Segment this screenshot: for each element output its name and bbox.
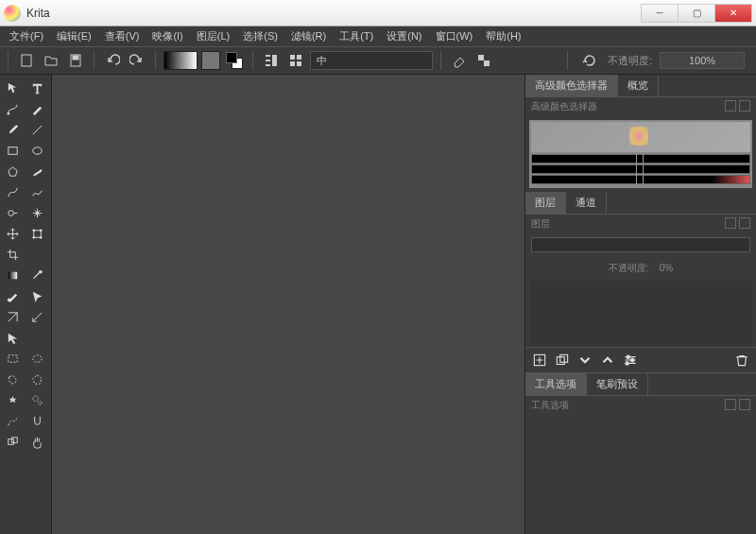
svg-rect-6 bbox=[272, 55, 277, 66]
layer-props-button[interactable] bbox=[622, 352, 639, 369]
opacity-value: 100% bbox=[689, 55, 715, 66]
new-button[interactable] bbox=[16, 50, 37, 71]
free-select-tool[interactable] bbox=[2, 370, 24, 388]
similar-select-tool[interactable] bbox=[26, 390, 48, 409]
color-slider-2[interactable] bbox=[531, 164, 750, 174]
tool-options-panel-tabs: 工具选项 笔刷预设 bbox=[525, 373, 756, 396]
edit-shapes-tool[interactable] bbox=[2, 99, 24, 118]
menu-window[interactable]: 窗口(W) bbox=[430, 27, 479, 45]
brush-tool[interactable] bbox=[2, 120, 24, 139]
ellipse-select-tool[interactable] bbox=[26, 349, 48, 368]
color-slider-1[interactable] bbox=[531, 154, 750, 164]
rect-select-tool[interactable] bbox=[2, 349, 24, 368]
svg-point-27 bbox=[33, 395, 39, 401]
float-icon[interactable] bbox=[725, 100, 736, 112]
close-button[interactable]: ✕ bbox=[714, 4, 752, 23]
text-tool[interactable] bbox=[26, 78, 48, 97]
delete-layer-button[interactable] bbox=[733, 352, 750, 369]
maximize-button[interactable]: ▢ bbox=[678, 4, 715, 23]
color-slider-3[interactable] bbox=[531, 175, 750, 184]
crop-tool[interactable] bbox=[2, 245, 24, 264]
tab-tool-options[interactable]: 工具选项 bbox=[525, 373, 587, 395]
color-picker-tool[interactable] bbox=[26, 266, 48, 284]
menu-settings[interactable]: 设置(N) bbox=[381, 27, 427, 45]
alpha-lock-toggle[interactable] bbox=[473, 50, 494, 71]
multibrush-tool[interactable] bbox=[26, 203, 48, 222]
add-layer-button[interactable] bbox=[531, 352, 548, 369]
menu-select[interactable]: 选择(S) bbox=[237, 27, 284, 45]
pattern-edit-tool[interactable] bbox=[2, 286, 24, 305]
minimize-button[interactable]: ─ bbox=[641, 4, 679, 23]
transform-layer-tool[interactable] bbox=[26, 224, 48, 243]
color-panel-tabs: 高级颜色选择器 概览 bbox=[525, 75, 756, 97]
transform-tool[interactable] bbox=[2, 78, 24, 97]
float-layers-icon[interactable] bbox=[725, 217, 736, 229]
close-panel-icon[interactable] bbox=[739, 100, 750, 112]
freehand-path-tool[interactable] bbox=[26, 182, 48, 201]
blend-mode-select[interactable]: 中 bbox=[310, 51, 433, 70]
contiguous-select-tool[interactable] bbox=[2, 390, 24, 409]
gradient-picker[interactable] bbox=[163, 51, 198, 70]
menu-file[interactable]: 文件(F) bbox=[4, 27, 49, 45]
canvas-area[interactable] bbox=[52, 75, 524, 534]
smart-fill-tool[interactable] bbox=[26, 286, 48, 305]
color-selector[interactable] bbox=[529, 120, 752, 188]
eraser-toggle[interactable] bbox=[449, 50, 470, 71]
menu-edit[interactable]: 编辑(E) bbox=[51, 27, 97, 45]
tab-layers[interactable]: 图层 bbox=[525, 192, 566, 214]
tab-brush-presets[interactable]: 笔刷预设 bbox=[587, 373, 648, 395]
pattern-picker[interactable] bbox=[201, 51, 220, 70]
layers-list[interactable] bbox=[529, 281, 752, 347]
menu-image[interactable]: 映像(I) bbox=[146, 27, 188, 45]
reload-brush-button[interactable] bbox=[579, 50, 600, 71]
undo-button[interactable] bbox=[102, 50, 123, 71]
move-up-button[interactable] bbox=[599, 352, 616, 369]
tab-advanced-color[interactable]: 高级颜色选择器 bbox=[525, 75, 618, 96]
polygon-tool[interactable] bbox=[2, 162, 24, 181]
svg-point-16 bbox=[33, 146, 42, 154]
float-tool-opt-icon[interactable] bbox=[725, 399, 736, 410]
fg-bg-color[interactable] bbox=[224, 50, 245, 71]
measure-tool[interactable] bbox=[26, 307, 48, 326]
duplicate-layer-button[interactable] bbox=[554, 352, 571, 369]
opacity-slider[interactable]: 100% bbox=[660, 52, 745, 69]
calligraphy-tool[interactable] bbox=[26, 99, 48, 118]
brush-settings-button[interactable] bbox=[261, 50, 282, 71]
svg-point-22 bbox=[40, 236, 42, 238]
brush-presets-button[interactable] bbox=[285, 50, 306, 71]
menu-help[interactable]: 帮助(H) bbox=[480, 27, 526, 45]
reference-tool[interactable] bbox=[2, 328, 24, 347]
move-tool[interactable] bbox=[2, 224, 24, 243]
gradient-tool[interactable] bbox=[2, 266, 24, 284]
line-tool[interactable] bbox=[26, 120, 48, 139]
right-panel: 高级颜色选择器 概览 高级颜色选择器 图层 通道 图层 不透明度: bbox=[524, 75, 756, 534]
rectangle-tool[interactable] bbox=[2, 141, 24, 160]
menu-view[interactable]: 查看(V) bbox=[99, 27, 146, 45]
bezier-tool[interactable] bbox=[2, 182, 24, 201]
dynamic-brush-tool[interactable] bbox=[2, 203, 24, 222]
magnetic-select-tool[interactable] bbox=[26, 411, 48, 430]
move-down-button[interactable] bbox=[576, 352, 593, 369]
tab-overview[interactable]: 概览 bbox=[618, 75, 659, 96]
polyline-tool[interactable] bbox=[26, 162, 48, 181]
menu-filter[interactable]: 滤镜(R) bbox=[285, 27, 332, 45]
open-button[interactable] bbox=[41, 50, 61, 71]
top-toolbar: 中 不透明度: 100% bbox=[0, 46, 756, 75]
poly-select-tool[interactable] bbox=[26, 370, 48, 388]
pan-tool[interactable] bbox=[26, 432, 48, 451]
assistant-tool[interactable] bbox=[2, 307, 24, 326]
bezier-select-tool[interactable] bbox=[2, 411, 24, 430]
close-layers-icon[interactable] bbox=[739, 217, 750, 229]
menu-tools[interactable]: 工具(T) bbox=[334, 27, 379, 45]
menu-layer[interactable]: 图层(L) bbox=[191, 27, 235, 45]
save-button[interactable] bbox=[65, 50, 86, 71]
color-preview[interactable] bbox=[531, 122, 750, 152]
tab-channels[interactable]: 通道 bbox=[566, 192, 607, 214]
close-tool-opt-icon[interactable] bbox=[739, 399, 750, 410]
svg-rect-11 bbox=[478, 55, 484, 60]
redo-button[interactable] bbox=[127, 50, 147, 71]
zoom-tool[interactable] bbox=[2, 432, 24, 451]
svg-rect-18 bbox=[34, 230, 42, 237]
ellipse-tool[interactable] bbox=[26, 141, 48, 160]
layer-blend-select[interactable] bbox=[531, 237, 750, 252]
